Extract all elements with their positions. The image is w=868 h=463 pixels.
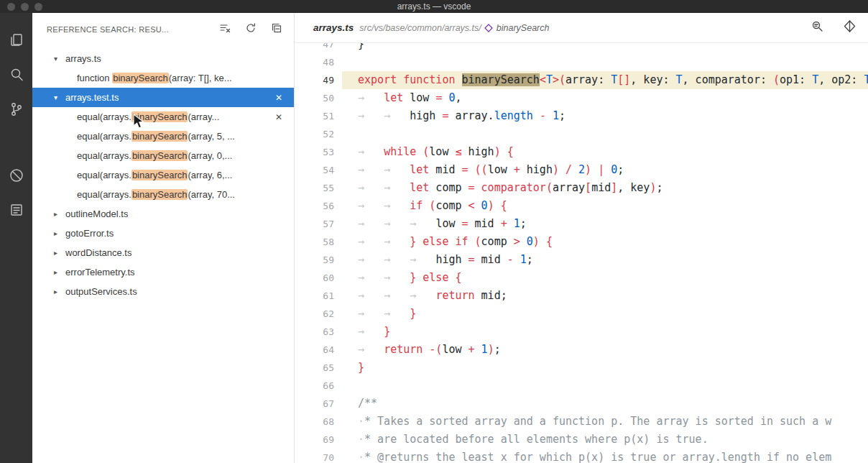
chevron-collapsed-icon[interactable]: ▸: [54, 268, 65, 276]
search-icon[interactable]: [6, 65, 27, 85]
code-line-58[interactable]: 58→ → } else if (comp > 0) {: [295, 233, 868, 251]
match-highlight: binarySearch: [131, 189, 188, 200]
line-content: → → if (comp < 0) {: [342, 197, 868, 215]
tree-file-outputServices.ts[interactable]: ▸outputServices.ts: [32, 282, 294, 301]
match-label: function binarySearch(array: T[], ke...: [77, 73, 232, 83]
code-line-56[interactable]: 56→ → if (comp < 0) {: [295, 197, 868, 215]
tab-arrow-icon: →: [358, 199, 384, 212]
line-content: → → } else {: [342, 269, 868, 287]
line-number: 55: [295, 179, 342, 197]
match-highlight: binarySearch: [112, 73, 169, 83]
tree-match-item[interactable]: equal(arrays.binarySearch(array, 6,...: [32, 165, 294, 185]
workbench: REFERENCE SEARCH: RESU... ▾arrays.tsfunc…: [0, 13, 868, 463]
code-line-64[interactable]: 64→ return -(low + 1);: [295, 341, 868, 359]
minimize-window-button[interactable]: [21, 3, 29, 11]
tree-match-item[interactable]: equal(arrays.binarySearch(array, 70...: [32, 185, 294, 204]
tab-arrow-icon: →: [358, 163, 384, 176]
chevron-collapsed-icon[interactable]: ▸: [54, 229, 65, 237]
chevron-expanded-icon[interactable]: ▾: [54, 93, 65, 101]
line-content: → → → low = mid + 1;: [342, 215, 868, 233]
line-content: → → → high = mid - 1;: [342, 251, 868, 269]
code-line-57[interactable]: 57→ → → low = mid + 1;: [295, 215, 868, 233]
tree-file-arrays.ts[interactable]: ▾arrays.ts: [32, 49, 294, 68]
chevron-expanded-icon[interactable]: ▾: [54, 55, 65, 63]
line-number: 63: [295, 323, 342, 341]
code-line-61[interactable]: 61→ → → return mid;: [295, 287, 868, 305]
line-content: → }: [342, 323, 868, 341]
tab-arrow-icon: →: [358, 325, 384, 338]
code-line-49[interactable]: 49export function binarySearch<T>(array:…: [295, 71, 868, 89]
tab-arrow-icon: →: [358, 343, 384, 356]
line-number: 70: [295, 449, 342, 463]
code-line-68[interactable]: 68·* Takes a sorted array and a function…: [295, 413, 868, 431]
line-content: [342, 53, 868, 71]
match-highlight: binarySearch: [131, 131, 188, 142]
zoom-window-button[interactable]: [34, 3, 42, 11]
code-line-50[interactable]: 50→ let low = 0,: [295, 89, 868, 107]
code-line-66[interactable]: 66: [295, 377, 868, 395]
tab-arrow-icon: →: [358, 253, 384, 266]
line-number: 50: [295, 89, 342, 107]
line-number: 69: [295, 431, 342, 449]
line-number: 57: [295, 215, 342, 233]
code-editor[interactable]: 47}4849export function binarySearch<T>(a…: [295, 43, 868, 463]
line-content: → → let comp = comparator(array[mid], ke…: [342, 179, 868, 197]
split-editor-icon[interactable]: [843, 19, 857, 36]
tree-file-arrays.test.ts[interactable]: ▾arrays.test.ts✕: [32, 88, 294, 107]
tree-file-errorTelemetry.ts[interactable]: ▸errorTelemetry.ts: [32, 262, 294, 282]
code-line-67[interactable]: 67/**: [295, 395, 868, 413]
code-line-47[interactable]: 47}: [295, 43, 868, 53]
output-icon[interactable]: [6, 200, 27, 220]
line-content: /**: [342, 395, 868, 413]
code-line-48[interactable]: 48: [295, 53, 868, 71]
chevron-collapsed-icon[interactable]: ▸: [54, 249, 65, 257]
line-number: 58: [295, 233, 342, 251]
sidebar-header: REFERENCE SEARCH: RESU...: [32, 19, 294, 40]
explorer-icon[interactable]: [6, 30, 27, 50]
code-line-70[interactable]: 70·* @returns the least x for which p(x)…: [295, 449, 868, 463]
editor-file-title[interactable]: arrays.ts: [313, 22, 354, 33]
code-line-69[interactable]: 69·* are located before all elements whe…: [295, 431, 868, 449]
clear-results-icon[interactable]: [219, 22, 231, 37]
code-line-62[interactable]: 62→ → }: [295, 305, 868, 323]
tree-file-wordDistance.ts[interactable]: ▸wordDistance.ts: [32, 243, 294, 262]
code-line-55[interactable]: 55→ → let comp = comparator(array[mid], …: [295, 179, 868, 197]
code-line-60[interactable]: 60→ → } else {: [295, 269, 868, 287]
code-line-54[interactable]: 54→ → let mid = ((low + high) / 2) | 0;: [295, 161, 868, 179]
references-icon[interactable]: [811, 19, 824, 36]
line-number: 48: [295, 53, 342, 71]
tab-arrow-icon: →: [384, 199, 410, 212]
file-label: outlineModel.ts: [65, 208, 128, 219]
code-line-52[interactable]: 52: [295, 125, 868, 143]
code-line-65[interactable]: 65}: [295, 359, 868, 377]
tree-match-item[interactable]: equal(arrays.binarySearch(array, 5, ...: [32, 127, 294, 146]
close-icon[interactable]: ✕: [275, 112, 282, 122]
tree-file-outlineModel.ts[interactable]: ▸outlineModel.ts: [32, 204, 294, 224]
code-lines: 47}4849export function binarySearch<T>(a…: [295, 43, 868, 463]
code-line-63[interactable]: 63→ }: [295, 323, 868, 341]
line-number: 62: [295, 305, 342, 323]
collapse-all-icon[interactable]: [271, 22, 282, 37]
code-line-51[interactable]: 51→ → high = array.length - 1;: [295, 107, 868, 125]
line-content: ·* Takes a sorted array and a function p…: [342, 413, 868, 431]
breadcrumb-path[interactable]: src/vs/base/common/arrays.ts/: [359, 23, 481, 33]
tree-match-item[interactable]: function binarySearch(array: T[], ke...: [32, 68, 294, 88]
code-line-53[interactable]: 53→ while (low ≤ high) {: [295, 143, 868, 161]
tree-match-item[interactable]: equal(arrays.binarySearch(array, 0,...: [32, 146, 294, 165]
tab-arrow-icon: →: [384, 217, 410, 230]
close-window-button[interactable]: [7, 3, 15, 11]
line-number: 60: [295, 269, 342, 287]
close-icon[interactable]: ✕: [275, 93, 282, 103]
refresh-icon[interactable]: [245, 22, 257, 37]
chevron-collapsed-icon[interactable]: ▸: [54, 210, 65, 218]
match-label: equal(arrays.binarySearch(array, 0,...: [77, 150, 232, 161]
source-control-icon[interactable]: [6, 99, 27, 119]
file-label: arrays.ts: [65, 53, 101, 64]
debug-disabled-icon[interactable]: [6, 165, 27, 185]
tree-match-item[interactable]: equal(arrays.binarySearch(array...✕: [32, 107, 294, 127]
chevron-collapsed-icon[interactable]: ▸: [54, 288, 65, 295]
tree-file-gotoError.ts[interactable]: ▸gotoError.ts: [32, 224, 294, 243]
file-label: arrays.test.ts: [65, 92, 119, 103]
breadcrumb-symbol[interactable]: binarySearch: [497, 23, 550, 33]
code-line-59[interactable]: 59→ → → high = mid - 1;: [295, 251, 868, 269]
